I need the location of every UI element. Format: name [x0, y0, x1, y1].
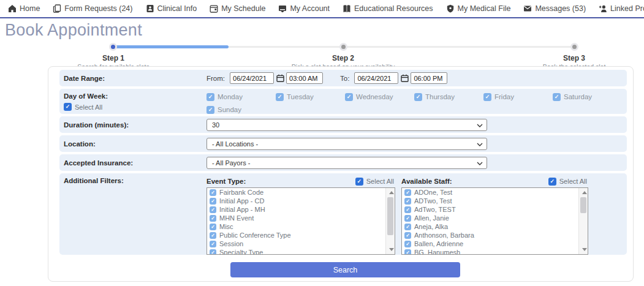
scroll-down-icon[interactable]	[389, 248, 394, 251]
event-type-option[interactable]: Initial App - CD	[207, 197, 385, 205]
select-all-checkbox[interactable]	[355, 178, 363, 186]
checkbox-checked-icon[interactable]	[553, 93, 561, 101]
checkbox-checked-icon[interactable]	[210, 232, 216, 239]
staff-option[interactable]: AdTwo, TEST	[402, 205, 578, 214]
nav-item-my-schedule[interactable]: My Schedule	[210, 4, 265, 13]
calendar-icon[interactable]	[401, 74, 409, 82]
day-checkbox-friday[interactable]: Friday	[483, 92, 553, 101]
checkbox-checked-icon[interactable]	[483, 93, 491, 101]
checkbox-checked-icon[interactable]	[210, 241, 216, 247]
day-checkbox-tuesday[interactable]: Tuesday	[276, 92, 345, 101]
from-time-input[interactable]	[286, 72, 323, 84]
checkbox-checked-icon[interactable]	[414, 93, 422, 101]
step2-dot	[339, 43, 347, 51]
day-of-week-label: Day of Week:	[64, 92, 206, 100]
scroll-up-icon[interactable]	[582, 191, 587, 194]
checkbox-checked-icon[interactable]	[210, 189, 216, 196]
nav-item-form-requests[interactable]: Form Requests (24)	[53, 4, 132, 13]
checkbox-checked-icon[interactable]	[404, 198, 411, 205]
checkbox-checked-icon[interactable]	[276, 93, 284, 101]
checkbox-checked-icon[interactable]	[404, 241, 411, 247]
insurance-row: Accepted Insurance: - All Payors -	[59, 154, 627, 171]
nav-item-my-medical-file[interactable]: My Medical File	[446, 4, 511, 13]
day-checkbox-thursday[interactable]: Thursday	[414, 92, 483, 101]
insurance-select[interactable]: - All Payors -	[206, 157, 487, 169]
checkbox-checked-icon[interactable]	[210, 249, 216, 255]
scrollbar-thumb[interactable]	[387, 197, 393, 235]
checkbox-checked-icon[interactable]	[404, 206, 411, 213]
nav-item-educational-resources[interactable]: Educational Resources	[343, 4, 433, 13]
chevron-down-icon	[477, 143, 483, 146]
event-type-option[interactable]: Misc	[207, 222, 385, 231]
scrollbar-thumb[interactable]	[580, 197, 586, 213]
event-type-option[interactable]: Specialty Type	[207, 248, 385, 255]
nav-item-messages[interactable]: Messages (53)	[523, 4, 586, 13]
step-track-active	[112, 45, 229, 48]
step3-dot	[570, 43, 578, 51]
available-staff-scrollbar[interactable]	[578, 188, 588, 254]
staff-option[interactable]: Ballen, Adrienne	[402, 239, 578, 248]
nav-item-label: Clinical Info	[157, 4, 197, 13]
location-row: Location: - All Locations -	[59, 135, 627, 152]
day-checkbox-wednesday[interactable]: Wednesday	[345, 92, 414, 101]
to-time-input[interactable]	[411, 72, 447, 84]
day-checkbox-monday[interactable]: Monday	[206, 92, 276, 101]
step-indicator: Step 1 Search for available slots Step 2…	[0, 40, 644, 67]
checkbox-checked-icon[interactable]	[206, 93, 214, 101]
search-button[interactable]: Search	[230, 262, 460, 277]
checkbox-checked-icon[interactable]	[404, 224, 411, 230]
checkbox-checked-icon[interactable]	[404, 189, 411, 196]
day-of-week-select-all[interactable]: Select All	[64, 103, 206, 111]
duration-select[interactable]: 30	[206, 119, 487, 131]
event-type-option[interactable]: Public Conference Type	[207, 231, 385, 239]
nav-item-label: Messages (53)	[535, 4, 586, 13]
clinical-person-card-icon	[146, 4, 154, 13]
event-type-listbox[interactable]: Fairbank Code Initial App - CD Initial A…	[206, 187, 395, 255]
staff-option[interactable]: ADOne, Test	[402, 188, 578, 197]
select-all-checkbox[interactable]	[548, 178, 556, 186]
nav-item-label: Form Requests (24)	[64, 4, 132, 13]
calendar-icon[interactable]	[276, 74, 284, 82]
day-checkbox-sunday[interactable]: Sunday	[206, 105, 276, 114]
checkbox-checked-icon[interactable]	[404, 215, 411, 222]
event-type-option[interactable]: Initial App - MH	[207, 205, 385, 214]
event-type-option[interactable]: Fairbank Code	[207, 188, 385, 197]
available-staff-listbox[interactable]: ADOne, Test ADTwo, Test AdTwo, TEST Alle…	[401, 187, 588, 255]
nav-item-label: My Account	[290, 4, 330, 13]
nav-item-clinical-info[interactable]: Clinical Info	[146, 4, 197, 13]
event-type-scrollbar[interactable]	[385, 188, 395, 254]
copy-pages-icon	[53, 4, 61, 13]
event-type-option[interactable]: Session	[207, 239, 385, 248]
to-date-input[interactable]	[354, 72, 398, 84]
checkbox-checked-icon[interactable]	[206, 106, 214, 114]
location-select[interactable]: - All Locations -	[206, 138, 487, 150]
available-staff-label: Available Staff:	[401, 178, 452, 185]
day-checkbox-saturday[interactable]: Saturday	[553, 92, 622, 101]
staff-option[interactable]: Anthonson, Barbara	[402, 231, 578, 239]
checkbox-checked-icon[interactable]	[345, 93, 353, 101]
nav-item-my-account[interactable]: My Account	[278, 4, 330, 13]
checkbox-checked-icon[interactable]	[404, 249, 411, 255]
available-staff-select-all[interactable]: Select All	[548, 178, 587, 186]
from-date-input[interactable]	[230, 72, 274, 84]
staff-option[interactable]: ADTwo, Test	[402, 197, 578, 205]
checkbox-checked-icon[interactable]	[404, 232, 411, 239]
staff-option[interactable]: Allen, Janie	[402, 214, 578, 222]
scroll-down-icon[interactable]	[582, 248, 587, 251]
nav-item-home[interactable]: Home	[8, 4, 40, 13]
event-type-option[interactable]: MHN Event	[207, 214, 385, 222]
select-all-checkbox[interactable]	[64, 103, 72, 111]
staff-option[interactable]: Aneja, Alka	[402, 222, 578, 231]
account-chat-icon	[278, 4, 287, 13]
appointment-form-card: Date Range: From: To: Day of Week: Selec…	[48, 66, 634, 282]
checkbox-checked-icon[interactable]	[210, 198, 216, 205]
nav-item-linked-profiles[interactable]: Linked Profiles	[599, 4, 644, 13]
scroll-up-icon[interactable]	[389, 191, 394, 194]
checkbox-checked-icon[interactable]	[210, 224, 216, 230]
checkbox-checked-icon[interactable]	[210, 215, 216, 222]
staff-option[interactable]: BG, Hanumesh	[402, 248, 578, 255]
select-all-label: Select All	[75, 103, 102, 111]
checkbox-checked-icon[interactable]	[210, 206, 216, 213]
additional-filters-label: Additional Filters:	[64, 176, 206, 255]
event-type-select-all[interactable]: Select All	[355, 178, 394, 186]
